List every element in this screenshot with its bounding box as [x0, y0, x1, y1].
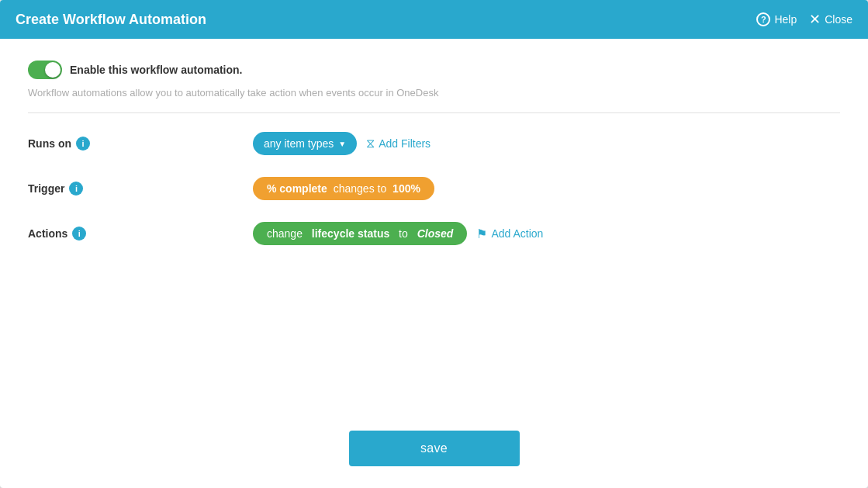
add-filters-label: Add Filters — [379, 137, 431, 150]
add-filters-button[interactable]: ⧖ Add Filters — [366, 137, 431, 151]
close-icon: ✕ — [809, 12, 821, 26]
modal-header: Create Workflow Automation ? Help ✕ Clos… — [0, 0, 868, 39]
dropdown-arrow-icon: ▼ — [338, 140, 346, 148]
modal-container: Create Workflow Automation ? Help ✕ Clos… — [0, 0, 868, 488]
toggle-knob — [45, 62, 61, 78]
item-types-dropdown[interactable]: any item types ▼ — [253, 132, 357, 155]
trigger-part1: % complete — [267, 182, 327, 195]
trigger-part2: changes to — [330, 182, 389, 195]
actions-content: change lifecycle status to Closed ⚑ Add … — [113, 222, 840, 245]
help-label: Help — [774, 13, 797, 26]
action-part3: to — [399, 227, 408, 240]
close-label: Close — [825, 13, 852, 26]
action-part4: Closed — [417, 227, 454, 240]
actions-label-group: Actions i — [28, 227, 113, 241]
trigger-pill[interactable]: % complete changes to 100% — [253, 177, 434, 200]
modal-footer: save — [0, 418, 868, 488]
trigger-content: % complete changes to 100% — [113, 177, 840, 200]
save-button[interactable]: save — [349, 431, 520, 466]
action-space1 — [306, 227, 309, 240]
modal-content: Enable this workflow automation. Workflo… — [0, 39, 868, 418]
actions-row: Actions i change lifecycle status to Clo… — [28, 222, 840, 245]
trigger-label: Trigger — [28, 182, 64, 195]
action-space3 — [411, 227, 414, 240]
close-button[interactable]: ✕ Close — [809, 12, 852, 26]
trigger-row: Trigger i % complete changes to 100% — [28, 177, 840, 200]
actions-info-icon[interactable]: i — [72, 227, 86, 241]
action-pill[interactable]: change lifecycle status to Closed — [253, 222, 467, 245]
trigger-info-icon[interactable]: i — [69, 182, 83, 196]
flag-icon: ⚑ — [476, 227, 487, 241]
runs-on-label: Runs on — [28, 137, 71, 150]
action-space2 — [393, 227, 396, 240]
action-part1: change — [267, 227, 303, 240]
add-action-button[interactable]: ⚑ Add Action — [476, 227, 543, 241]
help-button[interactable]: ? Help — [756, 12, 797, 26]
enable-label: Enable this workflow automation. — [70, 64, 242, 76]
divider — [28, 112, 840, 113]
form-section: Runs on i any item types ▼ ⧖ Add Filters — [28, 132, 840, 403]
actions-label: Actions — [28, 227, 67, 240]
runs-on-info-icon[interactable]: i — [76, 137, 90, 151]
item-types-label: any item types — [264, 137, 334, 150]
action-part2: lifecycle status — [312, 227, 389, 240]
enable-row: Enable this workflow automation. — [28, 61, 840, 79]
runs-on-row: Runs on i any item types ▼ ⧖ Add Filters — [28, 132, 840, 155]
description-text: Workflow automations allow you to automa… — [28, 87, 840, 99]
trigger-part3: 100% — [393, 182, 420, 195]
trigger-label-group: Trigger i — [28, 182, 113, 196]
filter-icon: ⧖ — [366, 137, 375, 151]
modal-title: Create Workflow Automation — [16, 12, 206, 28]
runs-on-content: any item types ▼ ⧖ Add Filters — [113, 132, 840, 155]
help-icon: ? — [756, 12, 770, 26]
runs-on-label-group: Runs on i — [28, 137, 113, 151]
header-actions: ? Help ✕ Close — [756, 12, 852, 26]
enable-toggle[interactable] — [28, 61, 62, 79]
add-action-label: Add Action — [491, 227, 543, 240]
